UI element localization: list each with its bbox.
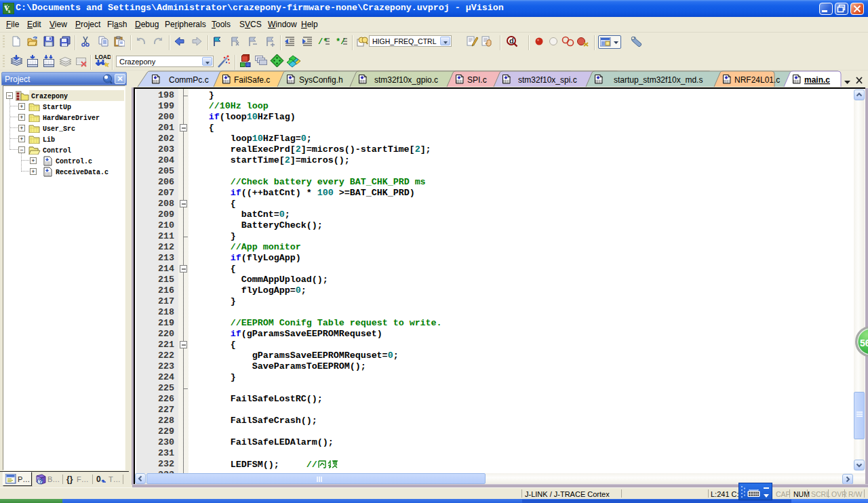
svg-text:?: ? (39, 478, 43, 485)
svg-text:SPI.c: SPI.c (467, 75, 487, 85)
svg-text:NRF24L01.c: NRF24L01.c (734, 75, 780, 85)
svg-text:s: s (8, 8, 10, 14)
svg-text:main.c: main.c (804, 75, 830, 85)
svg-text:SysConfig.h: SysConfig.h (299, 75, 343, 85)
svg-text:CommPc.c: CommPc.c (169, 75, 209, 85)
svg-text:FailSafe.c: FailSafe.c (234, 75, 270, 85)
svg-text:d: d (509, 37, 514, 45)
svg-text:startup_stm32f10x_md.s: startup_stm32f10x_md.s (614, 75, 703, 85)
svg-text:stm32f10x_spi.c: stm32f10x_spi.c (518, 75, 577, 85)
svg-text:LOAD: LOAD (95, 54, 111, 60)
svg-text:stm32f10x_gpio.c: stm32f10x_gpio.c (374, 75, 438, 85)
